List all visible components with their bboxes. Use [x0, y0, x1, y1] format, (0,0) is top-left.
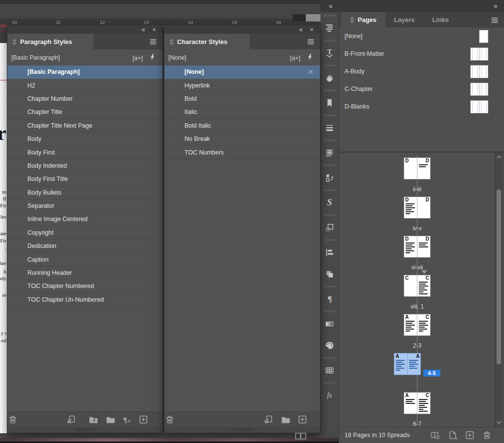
scrollbar-thumb[interactable] [497, 189, 501, 364]
load-styles-button[interactable] [263, 414, 274, 425]
pages-scrollbar[interactable] [495, 153, 503, 427]
close-panel-icon[interactable]: × [307, 25, 316, 33]
panel-titlebar[interactable]: « × [7, 25, 162, 34]
style-item[interactable]: Body First Title [7, 173, 162, 186]
spread-page-numbers[interactable]: 6-7 [339, 421, 495, 427]
style-group-lightning-button[interactable] [88, 414, 99, 425]
gradient-panel-button[interactable] [321, 313, 338, 334]
master-page-row[interactable]: C-Chapter [339, 80, 504, 98]
style-item[interactable]: Copyright [7, 226, 162, 240]
load-styles-button[interactable] [66, 414, 76, 425]
master-page-row[interactable]: B-Front-Matter [339, 45, 504, 63]
panel-group-grip[interactable] [324, 382, 335, 384]
quick-apply-icon[interactable] [306, 53, 314, 61]
character-panel-button[interactable]: T [321, 42, 338, 64]
spread-page-numbers[interactable]: iv-v [339, 225, 495, 232]
spread-thumbnail[interactable]: D D [404, 236, 431, 258]
page-thumbnail-left[interactable]: A [394, 353, 408, 375]
style-item[interactable]: Inline Image Centered [7, 213, 162, 226]
collapse-panel-icon[interactable]: « [297, 25, 305, 33]
spread-thumbnail[interactable]: C C [404, 275, 431, 297]
color-panel-button[interactable] [321, 334, 338, 356]
page-thumbnail-right[interactable]: C [417, 314, 431, 336]
page-thumbnail-right[interactable]: C [417, 275, 431, 297]
page-thumbnail-left[interactable]: C [404, 275, 417, 297]
page-thumbnail-right[interactable]: D [417, 157, 431, 179]
style-item[interactable]: No Break [164, 133, 320, 146]
style-item[interactable]: Caption [7, 253, 162, 266]
style-item[interactable]: Body [7, 133, 162, 146]
panel-resize-grip[interactable] [7, 427, 162, 433]
master-page-row[interactable]: D-Blanks [339, 98, 504, 115]
style-item[interactable]: [Basic Paragraph] [7, 66, 162, 79]
style-item[interactable]: TOC Chapter Numbered [7, 280, 162, 293]
style-item[interactable]: Italic [164, 106, 320, 119]
spread-thumbnail[interactable]: A C [404, 392, 431, 414]
stroke-panel-button[interactable] [321, 117, 338, 138]
panel-group-grip[interactable] [324, 164, 335, 166]
delete-page-button[interactable] [481, 430, 492, 441]
dock-tab[interactable]: Pages [341, 12, 385, 27]
page-thumbnail-left[interactable]: A [404, 392, 417, 414]
object-styles-panel-button[interactable] [321, 263, 338, 285]
style-item[interactable]: Body First [7, 146, 162, 159]
style-item[interactable]: Body Indented [7, 159, 162, 173]
delete-button[interactable] [164, 414, 175, 425]
paragraph-panel-button[interactable]: ¶ [321, 288, 338, 310]
style-item[interactable]: Chapter Title Next Page [7, 119, 162, 133]
new-style-group-button[interactable] [280, 414, 291, 425]
effects-panel-button[interactable]: fx [321, 384, 338, 406]
spread-thumbnail[interactable]: A C [404, 314, 431, 336]
bookmarks-panel-button[interactable] [321, 92, 338, 113]
swatches-panel-button[interactable] [321, 359, 338, 381]
collapse-panel-icon[interactable]: « [139, 25, 148, 33]
spread-thumbnail[interactable]: A A [394, 353, 421, 375]
spread-view-icon[interactable] [294, 432, 308, 440]
style-item[interactable]: Chapter Title [7, 106, 162, 119]
panel-group-grip[interactable] [324, 139, 335, 141]
expand-dock-icon[interactable]: » [491, 2, 500, 10]
new-spread-button[interactable] [447, 430, 458, 441]
spread-thumbnail[interactable]: D D [404, 197, 431, 219]
panel-group-grip[interactable] [324, 15, 335, 17]
delete-button[interactable] [7, 414, 18, 425]
dock-tab[interactable]: Links [423, 12, 458, 27]
new-style-button[interactable] [138, 414, 149, 425]
spread-page-numbers[interactable]: ii-iii [339, 186, 495, 193]
panel-menu-icon[interactable] [490, 16, 499, 24]
close-panel-icon[interactable]: × [150, 25, 159, 33]
spread-page-numbers[interactable]: 4-5 [423, 370, 440, 377]
object-states-panel-button[interactable] [321, 167, 338, 188]
new-style-group-button[interactable] [105, 414, 116, 425]
style-item[interactable]: Running Header [7, 266, 162, 280]
page-thumbnail-left[interactable]: A [404, 314, 417, 336]
panel-group-grip[interactable] [324, 65, 335, 66]
style-item[interactable]: Body Bullets [7, 186, 162, 199]
panel-group-grip[interactable] [324, 286, 335, 288]
panel-group-grip[interactable] [324, 214, 335, 216]
horizontal-scrollbar-thumb[interactable] [306, 14, 321, 22]
quick-apply-icon[interactable] [148, 53, 157, 61]
style-item[interactable]: H2 [7, 79, 162, 92]
panel-group-grip[interactable] [324, 189, 335, 191]
style-item[interactable]: [None] [164, 66, 320, 79]
spread-page-numbers[interactable]: vi-vii [339, 264, 495, 271]
page-thumbnail-right[interactable]: D [417, 236, 431, 258]
spread-thumbnail[interactable]: D D [404, 157, 431, 179]
panel-group-grip[interactable] [324, 357, 335, 359]
style-item[interactable]: Hyperlink [164, 79, 320, 92]
text-frame-options-panel-button[interactable] [321, 142, 338, 163]
master-page-row[interactable]: [None] [339, 27, 504, 45]
page-thumbnail-left[interactable]: D [404, 236, 417, 258]
collapse-dock-icon[interactable]: « [326, 2, 335, 10]
panel-group-grip[interactable] [324, 89, 335, 91]
create-style-from-selection-icon[interactable]: [a+] [133, 53, 143, 62]
page-thumbnail-right[interactable]: D [417, 197, 431, 219]
swash-panel-button[interactable]: S [321, 192, 338, 213]
tab-character-styles[interactable]: Character Styles [164, 34, 250, 49]
master-page-row[interactable]: A-Body [339, 63, 504, 80]
new-style-button[interactable] [297, 414, 308, 425]
panel-group-grip[interactable] [324, 310, 335, 312]
style-item[interactable]: Separator [7, 199, 162, 213]
page-thumbnail-left[interactable]: D [404, 197, 417, 219]
